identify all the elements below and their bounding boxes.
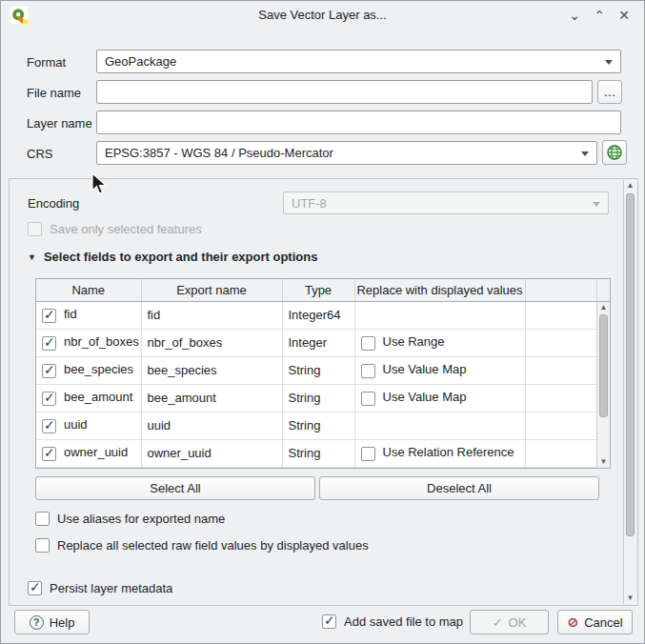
replace-values-label: Replace all selected raw field values by… bbox=[57, 538, 369, 553]
field-replace-cell bbox=[354, 301, 525, 329]
add-to-map-label: Add saved file to map bbox=[344, 614, 463, 629]
field-filler-cell bbox=[525, 412, 597, 439]
replace-option-label: Use Relation Reference bbox=[383, 445, 514, 459]
replace-option-label: Use Value Map bbox=[383, 390, 467, 404]
field-name-label: bee_amount bbox=[64, 390, 132, 404]
field-export-name-cell[interactable]: bee_species bbox=[141, 356, 282, 384]
help-button[interactable]: ? Help bbox=[14, 610, 90, 634]
field-name-cell[interactable]: uuid bbox=[36, 412, 141, 439]
header-export-name[interactable]: Export name bbox=[141, 279, 282, 301]
field-include-checkbox[interactable] bbox=[42, 392, 56, 406]
field-include-checkbox[interactable] bbox=[42, 419, 56, 433]
field-export-name-cell[interactable]: fid bbox=[141, 301, 282, 329]
field-export-name-cell[interactable]: nbr_of_boxes bbox=[141, 329, 282, 356]
replace-option-checkbox[interactable] bbox=[361, 447, 375, 461]
field-row: bee_amountbee_amountStringUse Value Map bbox=[36, 384, 597, 412]
browse-button[interactable]: … bbox=[597, 80, 622, 104]
replace-option-label: Use Value Map bbox=[383, 362, 467, 376]
maximize-icon[interactable]: ⌃ bbox=[589, 5, 610, 26]
field-filler-cell bbox=[525, 356, 597, 384]
encoding-select: UTF-8 bbox=[283, 191, 609, 214]
field-name-cell[interactable]: bee_species bbox=[36, 356, 141, 384]
field-replace-cell[interactable]: Use Relation Reference bbox=[354, 439, 525, 467]
table-scrollbar-thumb[interactable] bbox=[599, 314, 608, 417]
crs-value: EPSG:3857 - WGS 84 / Pseudo-Mercator bbox=[105, 146, 333, 160]
format-select[interactable]: GeoPackage bbox=[96, 50, 621, 73]
field-include-checkbox[interactable] bbox=[42, 364, 56, 378]
header-name[interactable]: Name bbox=[36, 279, 141, 301]
fields-table: Name Export name Type Replace with displ… bbox=[35, 278, 611, 469]
field-replace-cell[interactable]: Use Value Map bbox=[354, 384, 525, 412]
scroll-up-icon[interactable]: ▲ bbox=[597, 302, 610, 313]
layer-name-label: Layer name bbox=[27, 116, 92, 131]
aliases-checkbox-row: Use aliases for exported name bbox=[35, 512, 225, 526]
field-export-name-cell[interactable]: owner_uuid bbox=[141, 439, 282, 467]
save-selected-checkbox bbox=[28, 222, 42, 236]
header-filler bbox=[525, 279, 597, 301]
field-row: nbr_of_boxesnbr_of_boxesIntegerUse Range bbox=[36, 329, 597, 356]
field-export-name-cell[interactable]: bee_amount bbox=[141, 384, 282, 412]
file-name-label: File name bbox=[27, 86, 81, 100]
globe-icon bbox=[606, 144, 623, 161]
ok-button: ✓ OK bbox=[470, 610, 549, 634]
field-name-cell[interactable]: fid bbox=[36, 301, 141, 329]
field-include-checkbox[interactable] bbox=[42, 336, 56, 351]
layer-name-input[interactable] bbox=[96, 111, 621, 134]
field-replace-cell[interactable]: Use Range bbox=[354, 329, 525, 356]
select-all-button[interactable]: Select All bbox=[35, 476, 315, 500]
field-include-checkbox[interactable] bbox=[42, 447, 56, 461]
field-replace-cell[interactable]: Use Value Map bbox=[354, 356, 525, 384]
dropdown-arrow-icon bbox=[581, 151, 589, 156]
cancel-icon: ⊘ bbox=[567, 614, 578, 630]
add-to-map-checkbox[interactable] bbox=[322, 614, 336, 629]
crs-select[interactable]: EPSG:3857 - WGS 84 / Pseudo-Mercator bbox=[96, 141, 597, 165]
titlebar: Save Vector Layer as... ⌄ ⌃ ✕ bbox=[1, 1, 644, 30]
replace-option-checkbox[interactable] bbox=[361, 364, 375, 378]
field-name-cell[interactable]: bee_amount bbox=[36, 384, 141, 412]
chevron-down-icon[interactable]: ⌄ bbox=[564, 5, 585, 26]
file-name-input[interactable] bbox=[96, 80, 593, 104]
deselect-all-button[interactable]: Deselect All bbox=[319, 476, 599, 500]
header-replace[interactable]: Replace with displayed values bbox=[354, 279, 525, 301]
scroll-down-icon[interactable]: ▼ bbox=[597, 456, 610, 468]
field-include-checkbox[interactable] bbox=[42, 309, 56, 323]
field-name-cell[interactable]: nbr_of_boxes bbox=[36, 329, 141, 356]
field-replace-cell bbox=[354, 412, 525, 439]
help-icon: ? bbox=[30, 615, 44, 630]
table-scroll-corner bbox=[596, 279, 610, 302]
cancel-button[interactable]: ⊘ Cancel bbox=[557, 610, 633, 634]
field-name-label: uuid bbox=[64, 417, 88, 432]
replace-option-checkbox[interactable] bbox=[361, 336, 375, 351]
options-panel: Encoding UTF-8 Save only selected featur… bbox=[9, 178, 638, 606]
field-type-cell: String bbox=[282, 356, 354, 384]
cancel-label: Cancel bbox=[584, 615, 622, 630]
aliases-checkbox[interactable] bbox=[35, 512, 50, 526]
save-selected-label: Save only selected features bbox=[50, 222, 202, 236]
field-export-name-cell[interactable]: uuid bbox=[141, 412, 282, 439]
encoding-value: UTF-8 bbox=[292, 196, 327, 211]
options-scrollbar[interactable]: ▲ ▼ bbox=[623, 180, 636, 604]
persist-metadata-label: Persist layer metadata bbox=[50, 581, 172, 595]
field-type-cell: String bbox=[282, 439, 354, 467]
scroll-down-icon[interactable]: ▼ bbox=[624, 593, 636, 604]
crs-picker-button[interactable] bbox=[602, 140, 627, 165]
window-title: Save Vector Layer as... bbox=[1, 8, 644, 22]
replace-option-checkbox[interactable] bbox=[361, 392, 375, 406]
save-vector-layer-dialog: Save Vector Layer as... ⌄ ⌃ ✕ Format Geo… bbox=[0, 0, 645, 644]
header-type[interactable]: Type bbox=[282, 279, 354, 301]
close-icon[interactable]: ✕ bbox=[614, 5, 635, 26]
persist-metadata-checkbox[interactable] bbox=[28, 581, 42, 595]
crs-label: CRS bbox=[27, 147, 52, 161]
fields-section-toggle[interactable]: ▼ Select fields to export and their expo… bbox=[28, 250, 317, 264]
fields-section-title: Select fields to export and their export… bbox=[44, 250, 318, 264]
replace-values-checkbox[interactable] bbox=[35, 538, 50, 553]
scroll-up-icon[interactable]: ▲ bbox=[624, 180, 636, 191]
replace-option-label: Use Range bbox=[383, 334, 445, 349]
fields-table-header-row: Name Export name Type Replace with displ… bbox=[36, 279, 597, 301]
options-scrollbar-thumb[interactable] bbox=[626, 193, 635, 536]
dropdown-arrow-icon bbox=[593, 202, 600, 207]
field-filler-cell bbox=[525, 329, 597, 356]
table-scrollbar[interactable]: ▲ ▼ bbox=[596, 302, 610, 468]
field-name-label: nbr_of_boxes bbox=[64, 334, 139, 349]
field-name-cell[interactable]: owner_uuid bbox=[36, 439, 141, 467]
